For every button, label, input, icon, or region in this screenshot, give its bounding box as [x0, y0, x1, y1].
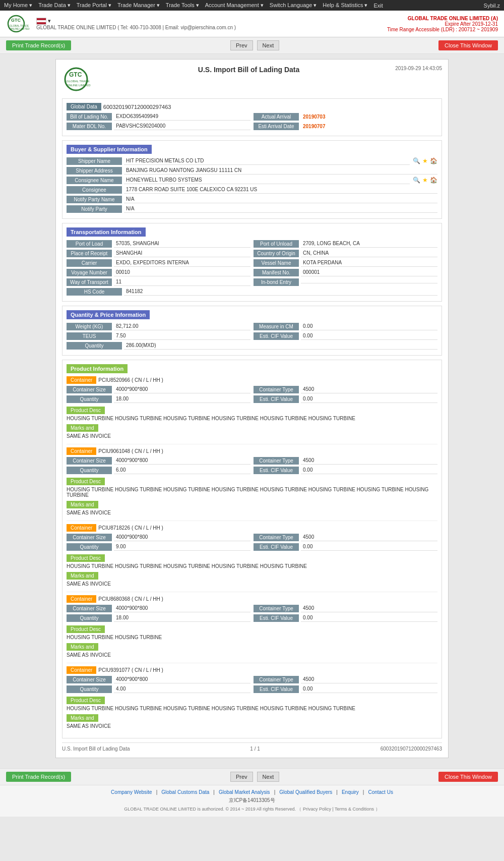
container-5: Container PCIU9391077 ( CN / L / HH ) Co…	[67, 666, 437, 729]
footer-link-enquiry[interactable]: Enquiry	[342, 789, 359, 795]
c5-cif-value: 0.00	[301, 685, 437, 693]
footer-link-company[interactable]: Company Website	[111, 789, 152, 795]
consignee-name-value: HONEYWELL TURBO SYSTEMS	[124, 176, 410, 184]
carrier-field: Carrier EXDO, EXPEDITORS INTERNA	[67, 259, 250, 267]
nav-switch-language[interactable]: Switch Language ▾	[270, 2, 317, 9]
c5-marks-label: Marks and	[67, 714, 98, 722]
way-transport-row: Way of Transport 11 In-bond Entry	[67, 278, 437, 286]
actual-arrival-field: Actual Arrival 20190703	[254, 112, 437, 121]
action-bar-bottom: Print Trade Record(s) Prev Next Close Th…	[0, 768, 504, 785]
shipper-home-icon[interactable]: 🏠	[430, 157, 437, 164]
print-button-bottom[interactable]: Print Trade Record(s)	[6, 772, 71, 782]
close-button-top[interactable]: Close This Window	[438, 40, 498, 50]
container-5-qty-row: Quantity 4.00 Esti. CIF Value 0.00	[67, 685, 437, 693]
consignee-star-icon[interactable]: ★	[422, 177, 428, 184]
est-cif-label: Esti. CIF Value	[254, 332, 299, 340]
prev-button-bottom[interactable]: Prev	[230, 772, 253, 782]
c1-size-value: 4000*900*800	[114, 385, 250, 393]
actual-arrival-value: 20190703	[301, 113, 328, 121]
nav-exit[interactable]: Exit	[373, 3, 383, 9]
container-3-qty-row: Quantity 9.00 Esti. CIF Value 0.00	[67, 543, 437, 551]
c5-product-desc-label: Product Desc	[67, 697, 105, 704]
container-5-size-row: Container Size 4000*900*800 Container Ty…	[67, 675, 437, 683]
c2-cif-label: Esti. CIF Value	[254, 467, 299, 474]
shipper-icons: 🔍 ★ 🏠	[413, 157, 437, 164]
c5-type-field: Container Type 4500	[254, 675, 437, 683]
c5-cif-label: Esti. CIF Value	[254, 685, 299, 693]
c2-product-desc-text: HOUSING TURBINE HOUSING TURBINE HOUSING …	[67, 487, 437, 498]
c2-product-desc-label: Product Desc	[67, 478, 105, 485]
shipper-name-row: Shipper Name HIT PRECISION METALS CO LTD…	[67, 157, 437, 165]
c3-marks-value: SAME AS INVOICE	[67, 581, 437, 587]
hs-code-row: HS Code 841182	[67, 288, 437, 296]
c1-qty-value: 18.00	[114, 395, 250, 403]
esti-arrival-label: Esti Arrival Date	[254, 123, 299, 130]
shipper-search-icon[interactable]: 🔍	[413, 157, 420, 164]
svg-text:GLOBAL TRADE: GLOBAL TRADE	[67, 80, 90, 83]
footer-copyright: GLOBAL TRADE ONLINE LIMITED is authorize…	[6, 806, 498, 813]
nav-trade-tools[interactable]: Trade Tools ▾	[166, 2, 199, 9]
nav-account-management[interactable]: Account Management ▾	[205, 2, 264, 9]
footer-link-buyers[interactable]: Global Qualified Buyers	[279, 789, 332, 795]
container-1-value: PCIU8520966 ( CN / L / HH )	[98, 377, 163, 383]
measure-field: Measure in CM 0.00	[254, 322, 437, 330]
in-bond-field: In-bond Entry	[254, 278, 437, 286]
container-2-size-row: Container Size 4000*900*800 Container Ty…	[67, 456, 437, 465]
c1-type-label: Container Type	[254, 386, 299, 393]
footer-link-contact[interactable]: Contact Us	[368, 789, 393, 795]
place-of-receipt-field: Place of Receipt SHANGHAI	[67, 249, 250, 257]
print-button-top[interactable]: Print Trade Record(s)	[6, 40, 71, 50]
shipper-star-icon[interactable]: ★	[422, 157, 428, 164]
c1-product-desc-label: Product Desc	[67, 407, 105, 414]
container-1: Container PCIU8520966 ( CN / L / HH ) Co…	[67, 376, 437, 439]
nav-trade-manager[interactable]: Trade Manager ▾	[117, 2, 160, 9]
voyage-number-field: Voyage Number 00010	[67, 268, 250, 276]
next-button-bottom[interactable]: Next	[257, 772, 280, 782]
c5-size-field: Container Size 4000*900*800	[67, 675, 250, 683]
vessel-name-field: Vessel Name KOTA PERDANA	[254, 259, 437, 267]
header-right: GLOBAL TRADE ONLINE LIMITED (A) Expire A…	[387, 16, 498, 32]
manifest-value: 000001	[301, 268, 437, 276]
company-info: GLOBAL TRADE ONLINE LIMITED ( Tel: 400-7…	[36, 25, 236, 30]
close-button-bottom[interactable]: Close This Window	[438, 772, 498, 782]
document-header: GTC GLOBAL TRADE ONLINE LIMITED U.S. Imp…	[62, 66, 442, 93]
mater-bol-field: Mater BOL No. PABVSHCS90204000	[67, 122, 250, 130]
port-of-load-field: Port of Load 57035, SHANGHAI	[67, 240, 250, 248]
us-flag	[36, 18, 46, 25]
container-1-label: Container	[67, 376, 96, 384]
nav-help-statistics[interactable]: Help & Statistics ▾	[323, 2, 367, 9]
c1-qty-field: Quantity 18.00	[67, 395, 250, 403]
consignee-home-icon[interactable]: 🏠	[430, 177, 437, 184]
bol-row: Bill of Lading No. EXDO6395409949 Actual…	[67, 112, 437, 121]
header-bar: GTC GLOBAL TRADE ONLINE LIMITED ▾ GLOBAL…	[0, 11, 504, 37]
vessel-name-label: Vessel Name	[254, 259, 299, 267]
prev-button-top[interactable]: Prev	[230, 40, 253, 50]
c4-marks-label: Marks and	[67, 643, 98, 651]
footer-link-customs[interactable]: Global Customs Data	[161, 789, 209, 795]
nav-my-home[interactable]: My Home ▾	[4, 2, 32, 9]
c5-qty-value: 4.00	[114, 685, 250, 693]
next-button-top[interactable]: Next	[257, 40, 280, 50]
actual-arrival-label: Actual Arrival	[254, 113, 299, 121]
place-receipt-row: Place of Receipt SHANGHAI Country of Ori…	[67, 249, 437, 257]
global-data-row: Global Data 6003201907120000297463	[67, 103, 437, 110]
c1-qty-label: Quantity	[67, 395, 112, 403]
hs-code-value: 841182	[124, 288, 437, 296]
container-3-size-row: Container Size 4000*900*800 Container Ty…	[67, 533, 437, 541]
c4-size-field: Container Size 4000*900*800	[67, 604, 250, 612]
consignee-label: Consignee	[67, 186, 122, 194]
consignee-search-icon[interactable]: 🔍	[413, 177, 420, 184]
mater-bol-label: Mater BOL No.	[67, 123, 112, 130]
hs-code-label: HS Code	[67, 288, 122, 296]
bol-value: EXDO6395409949	[114, 112, 250, 121]
c1-size-label: Container Size	[67, 386, 112, 393]
c3-size-label: Container Size	[67, 534, 112, 541]
c2-size-label: Container Size	[67, 457, 112, 465]
c3-size-value: 4000*900*800	[114, 533, 250, 541]
nav-trade-portal[interactable]: Trade Portal ▾	[77, 2, 111, 9]
svg-text:GTC: GTC	[11, 18, 21, 23]
nav-trade-data[interactable]: Trade Data ▾	[38, 2, 71, 9]
doc-footer-id: 6003201907120000297463	[381, 746, 442, 752]
footer-link-market[interactable]: Global Market Analysis	[219, 789, 270, 795]
svg-text:ONLINE LIMITED: ONLINE LIMITED	[10, 27, 30, 30]
